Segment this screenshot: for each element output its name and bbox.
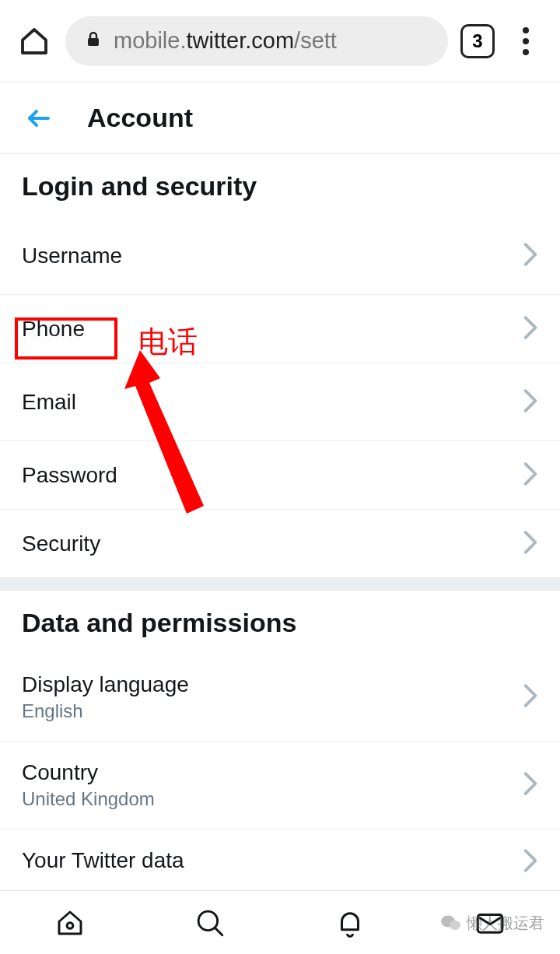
chevron-right-icon [523, 683, 538, 711]
kebab-menu-icon[interactable] [507, 23, 544, 60]
svg-point-1 [523, 27, 529, 33]
svg-point-3 [523, 49, 529, 55]
item-security[interactable]: Security [0, 510, 560, 578]
item-label: Display language [22, 672, 189, 697]
item-twitter-data[interactable]: Your Twitter data [0, 829, 560, 898]
nav-search-icon[interactable] [185, 898, 235, 948]
item-email[interactable]: Email [0, 363, 560, 441]
nav-bell-icon[interactable] [325, 898, 375, 948]
watermark: 懒人搬运君 [440, 912, 544, 934]
section-header-data: Data and permissions [0, 591, 560, 654]
item-country[interactable]: Country United Kingdom [0, 742, 560, 829]
lock-icon [84, 30, 103, 52]
svg-point-5 [67, 922, 73, 928]
chevron-right-icon [523, 530, 538, 558]
chevron-right-icon [523, 771, 538, 799]
url-text: mobile.twitter.com/sett [114, 28, 337, 54]
section-header-login: Login and security [0, 154, 560, 217]
chevron-right-icon [523, 388, 538, 416]
item-phone[interactable]: Phone [0, 295, 560, 363]
chevron-right-icon [523, 315, 538, 343]
item-label: Username [22, 244, 122, 268]
item-display-language[interactable]: Display language English [0, 654, 560, 742]
nav-home-icon[interactable] [45, 898, 95, 948]
tab-count[interactable]: 3 [460, 24, 495, 58]
home-icon[interactable] [16, 23, 53, 60]
url-bar[interactable]: mobile.twitter.com/sett [65, 16, 448, 66]
chevron-right-icon [523, 242, 538, 270]
wechat-icon [440, 912, 462, 934]
item-label: Phone [22, 317, 85, 342]
item-label: Country [22, 760, 155, 785]
svg-point-11 [450, 921, 460, 930]
browser-bar: mobile.twitter.com/sett 3 [0, 0, 560, 82]
item-sublabel: English [22, 700, 189, 722]
chevron-right-icon [523, 461, 538, 489]
item-sublabel: United Kingdom [22, 788, 155, 810]
watermark-text: 懒人搬运君 [467, 913, 544, 934]
item-label: Your Twitter data [22, 848, 184, 873]
chevron-right-icon [523, 848, 538, 876]
page-title: Account [87, 103, 193, 133]
item-password[interactable]: Password [0, 441, 560, 510]
back-arrow-icon[interactable] [22, 101, 56, 135]
item-label: Security [22, 531, 100, 556]
svg-point-2 [523, 38, 529, 44]
svg-line-7 [215, 928, 222, 935]
page-header: Account [0, 82, 560, 154]
item-label: Email [22, 390, 76, 415]
section-divider [0, 578, 560, 591]
svg-rect-0 [88, 38, 99, 46]
item-label: Password [22, 463, 117, 488]
item-username[interactable]: Username [0, 217, 560, 295]
